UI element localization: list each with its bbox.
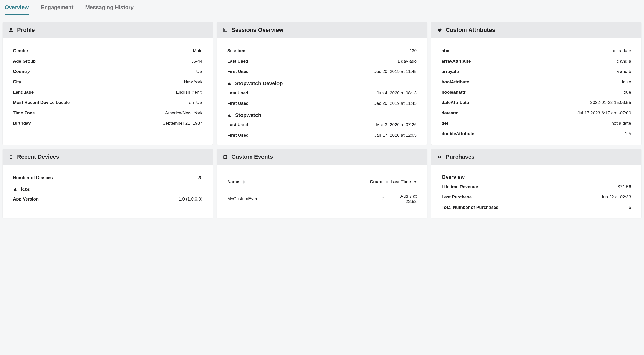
tab-engagement[interactable]: Engagement (41, 0, 73, 15)
apple-icon (227, 81, 232, 86)
event-row: MyCustomEvent2Aug 7 at 23:52 (227, 189, 417, 209)
row-key: Language (13, 90, 34, 95)
card-title: Purchases (446, 153, 474, 160)
profile-row: GenderMale (13, 46, 202, 56)
purchase-row: Last PurchaseJun 22 at 02:33 (442, 192, 631, 202)
row-value: $71.56 (618, 184, 631, 189)
row-key: dateAttribute (442, 100, 469, 105)
profile-row: Most Recent Device Localeen_US (13, 98, 202, 108)
row-value: New York (184, 79, 202, 85)
row-value: Male (193, 48, 202, 54)
card-body-purchases[interactable]: OverviewLifetime Revenue$71.56Last Purch… (431, 165, 641, 218)
row-value: 1.5 (625, 131, 631, 136)
device-row: App Version1.0 (1.0.0.0) (13, 194, 202, 204)
row-key: First Used (227, 101, 249, 106)
tabs: Overview Engagement Messaging History (3, 0, 641, 15)
row-value: Jul 17 2023 6:17 am -07:00 (577, 110, 631, 116)
apple-icon (13, 187, 18, 192)
calendar-icon (223, 154, 228, 159)
app-subheader: Stopwatch Develop (227, 77, 417, 88)
attribute-row: dateAttribute2022-01-22 15:03:55 (442, 98, 631, 108)
row-value: false (622, 79, 631, 85)
event-name: MyCustomEvent (227, 196, 365, 202)
card-body-profile[interactable]: GenderMaleAge Group35-44CountryUSCityNew… (3, 38, 213, 145)
row-value: a and b (616, 69, 631, 74)
row-key: Time Zone (13, 110, 35, 116)
row-key: Birthday (13, 121, 31, 126)
app-row: First UsedDec 20, 2019 at 11:45 (227, 98, 417, 109)
card-custom-attributes: Custom Attributes abcnot a datearrayAttr… (431, 22, 641, 145)
row-value: en_US (189, 100, 202, 105)
sort-desc-icon[interactable] (414, 181, 417, 183)
row-key: arrayattr (442, 69, 459, 74)
profile-row: CountryUS (13, 66, 202, 77)
row-value: Jun 22 at 02:33 (601, 195, 631, 200)
card-sessions: Sessions Overview Sessions130Last Used1 … (217, 22, 427, 145)
card-custom-events: Custom Events NameCountLast TimeMyCustom… (217, 149, 427, 218)
card-body-custom-attributes[interactable]: abcnot a datearrayAttributec and aarraya… (431, 38, 641, 145)
purchase-row: Total Number of Purchases6 (442, 202, 631, 213)
row-key: Gender (13, 48, 28, 54)
app-name: Stopwatch Develop (235, 80, 283, 86)
row-key: abc (442, 48, 449, 54)
row-key: booleanattr (442, 90, 466, 95)
device-os-name: iOS (21, 187, 30, 193)
app-row: Last UsedMar 3, 2020 at 07:26 (227, 120, 417, 130)
row-key: App Version (13, 197, 39, 202)
row-value: Jun 4, 2020 at 08:13 (377, 91, 417, 96)
sessions-row: Last Used1 day ago (227, 56, 417, 66)
event-count: 2 (365, 196, 388, 202)
app-row: Last UsedJun 4, 2020 at 08:13 (227, 88, 417, 98)
col-count[interactable]: Count (365, 179, 388, 184)
row-value: 20 (197, 175, 202, 180)
row-value: 35-44 (191, 59, 202, 64)
app-row: First UsedJan 17, 2020 at 12:05 (227, 130, 417, 140)
attribute-row: arrayAttributec and a (442, 56, 631, 66)
row-key: arrayAttribute (442, 59, 471, 64)
row-key: Sessions (227, 48, 247, 54)
tab-overview[interactable]: Overview (5, 0, 29, 15)
col-name[interactable]: Name (227, 179, 365, 184)
device-subheader: iOS (13, 183, 202, 194)
card-recent-devices: Recent Devices Number of Devices20iOSApp… (3, 149, 213, 218)
sessions-row: Sessions130 (227, 46, 417, 56)
money-icon (437, 154, 442, 159)
row-value: English ("en") (176, 90, 202, 95)
profile-row: Time ZoneAmerica/New_York (13, 108, 202, 118)
row-key: boolAttribute (442, 79, 469, 85)
row-key: Most Recent Device Locale (13, 100, 70, 105)
sort-icon[interactable] (386, 180, 388, 184)
attribute-row: dateattrJul 17 2023 6:17 am -07:00 (442, 108, 631, 118)
app-name: Stopwatch (235, 112, 261, 118)
row-key: First Used (227, 69, 249, 74)
heart-icon (437, 27, 442, 33)
purchases-overview-label: Overview (442, 173, 631, 182)
row-key: Age Group (13, 59, 36, 64)
sort-icon[interactable] (242, 180, 245, 184)
card-title: Sessions Overview (231, 27, 283, 33)
card-body-custom-events[interactable]: NameCountLast TimeMyCustomEvent2Aug 7 at… (217, 165, 427, 218)
row-key: Last Used (227, 91, 248, 96)
col-last-time[interactable]: Last Time (388, 179, 417, 184)
profile-row: CityNew York (13, 77, 202, 87)
row-value: c and a (617, 59, 631, 64)
card-title: Profile (17, 27, 35, 33)
purchase-row: Lifetime Revenue$71.56 (442, 182, 631, 192)
row-value: September 21, 1987 (163, 121, 202, 126)
row-key: def (442, 121, 448, 126)
attribute-row: booleanattrtrue (442, 87, 631, 98)
row-value: not a date (611, 48, 631, 54)
attribute-row: boolAttributefalse (442, 77, 631, 87)
card-body-recent-devices[interactable]: Number of Devices20iOSApp Version1.0 (1.… (3, 165, 213, 218)
card-header-custom-attributes: Custom Attributes (431, 22, 641, 38)
card-header-purchases: Purchases (431, 149, 641, 165)
tab-messaging-history[interactable]: Messaging History (85, 0, 134, 15)
attribute-row: doubleAttribute1.5 (442, 129, 631, 139)
card-header-custom-events: Custom Events (217, 149, 427, 165)
row-value: not a date (611, 121, 631, 126)
card-body-sessions[interactable]: Sessions130Last Used1 day agoFirst UsedD… (217, 38, 427, 145)
row-value: 1.0 (1.0.0.0) (179, 197, 202, 202)
row-key: Lifetime Revenue (442, 184, 478, 189)
attribute-row: arrayattra and b (442, 66, 631, 77)
card-header-recent-devices: Recent Devices (3, 149, 213, 165)
